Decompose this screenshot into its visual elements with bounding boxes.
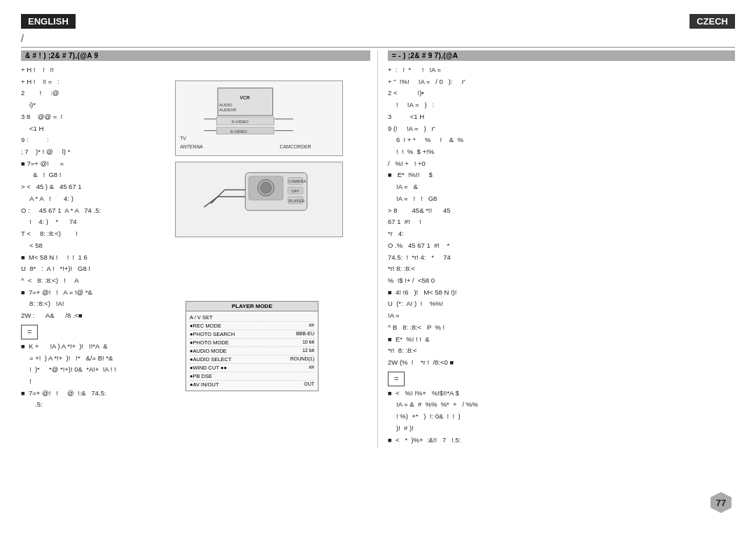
right-line-25: *r! 8: :8:< [388,346,735,356]
svg-text:VCR: VCR [240,95,251,100]
right-line-18: *r! 8: :8:< [388,264,735,274]
camcorder-diagram-svg: CAMERA OFF PLAYER [175,162,343,237]
right-line-5: 3 <1 H [388,112,735,122]
pm-value-6: ## [309,365,314,371]
svg-point-18 [260,182,272,193]
right-line-3: 2 < !)• [388,88,735,99]
right-line-24: ■ E* %! ! ! & [388,335,735,345]
right-line-28: !A = & # %% %* + / %% [388,400,735,410]
pm-label-6: ●WIND CUT ●● [190,365,309,371]
right-line-30: )! # )! [388,423,735,434]
right-line-9: / %! + ! +0 [388,159,735,169]
player-mode-content: A / V SET ●REC MODE ## ●PHOTO SEARCH BBB… [186,311,318,391]
right-line-12: !A = ! ! G8 [388,194,735,204]
page-container: ENGLISH CZECH / & # ! ) ;2& # 7),(@A 9 +… [0,0,756,534]
svg-text:S-VIDEO: S-VIDEO [232,120,249,124]
pm-label-5: ●AUDIO SELECT [190,356,290,363]
right-line-8: ! ! % $ +!% [388,147,735,157]
svg-line-28 [204,197,218,207]
right-line-19: % !$ !+ / <58 0 [388,276,735,286]
pm-label-1: ●REC MODE [190,323,309,329]
left-line-19: ^ < 8: :8:<) ! A [21,276,370,286]
vcr-diagram-svg: VCR AUDIO AUDIO/R S-VIDEO S-VIDEO TV ANT… [175,80,343,156]
pm-row-2: ●PHOTO SEARCH BBB-EU [190,330,314,339]
pm-row-6: ●WIND CUT ●● ## [190,364,314,372]
svg-text:AUDIO: AUDIO [219,103,232,107]
svg-text:CAMCORDER: CAMCORDER [279,144,311,149]
pm-row-3: ●PHOTO MODE 10 bit [190,339,314,347]
right-line-20: ■ 4! !6 )! M< 58 N !)! [388,288,735,298]
right-line-26: 2W (% ! *r ! /8:<0 ■ [388,358,735,368]
page-number: 77 [710,492,732,513]
left-line-1: + H ! ! !! [21,65,370,76]
right-line-1: + : ! * ! !A = [388,65,735,76]
pm-label-2: ●PHOTO SEARCH [190,331,296,337]
pm-value-8: OUT [304,381,314,388]
av-set-row: A / V SET [190,314,314,322]
header-row: ENGLISH CZECH [21,14,735,29]
svg-text:ANTENNA: ANTENNA [180,144,203,149]
av-set-label: A / V SET [190,314,314,321]
svg-text:AUDIO/R: AUDIO/R [219,108,236,112]
left-line-20: ■ 7=+ @! ! A = !@ *& [21,288,370,298]
right-line-15: *r 4: [388,229,735,239]
pm-value-1: ## [309,323,314,329]
pm-row-4: ●AUDIO MODE 12 bit [190,347,314,356]
right-line-31: ■ < * )%+ :&!! 7 !.5: [388,435,735,446]
right-line-14: 67 1 #! ! [388,217,735,227]
pm-label-3: ●PHOTO MODE [190,339,302,346]
right-line-29: ! %) +* ) !: 0& ! ! ) [388,412,735,422]
right-line-16: O .% 45 67 1 #! * [388,241,735,251]
pm-label-7: ●PB DSE [190,373,314,379]
pm-row-8: ●AV IN/OUT OUT [190,381,314,388]
right-line-17: 74.5: ! *r! 4: * 74 [388,253,735,263]
right-line-11: !A = & [388,182,735,192]
right-line-10: ■ E* !%!! $ [388,170,735,181]
player-mode-box: PLAYER MODE A / V SET ●REC MODE ## ●PHOT… [186,301,318,391]
svg-text:OFF: OFF [291,189,300,193]
right-line-7: 6 ! + * % ! & % [388,135,735,146]
pm-label-8: ●AV IN/OUT [190,381,304,388]
right-line-2: + " !%! !A = / 0 ): r' [388,77,735,87]
svg-text:S-VIDEO: S-VIDEO [230,129,248,134]
right-text-block: + : ! * ! !A = + " !%! !A = / 0 ): r' 2 … [388,65,735,445]
pm-row-5: ●AUDIO SELECT ROUND(1) [190,356,314,364]
czech-badge: CZECH [690,14,735,29]
pm-value-5: ROUND(1) [290,356,314,363]
pm-row-1: ●REC MODE ## [190,322,314,330]
right-column: = - ) ;2& # 9 7),(@A + : ! * ! !A = + " … [378,50,735,448]
pm-label-4: ●AUDIO MODE [190,348,302,354]
pm-value-2: BBB-EU [296,331,314,337]
slash-divider: / [21,33,735,44]
svg-text:CAMERA: CAMERA [288,179,306,183]
right-line-21: U (*: A! ) ! %%! [388,299,735,309]
right-line-6: 9 (! !A = ) r' [388,124,735,134]
diagram-area: VCR AUDIO AUDIO/R S-VIDEO S-VIDEO TV ANT… [175,80,350,262]
left-line-18: U 8* : A ! *!+)! G8 ! [21,264,370,274]
equal-box-right: = [388,372,405,386]
right-line-23: ^ B 8: :8:< P % ! [388,323,735,333]
content-columns: & # ! ) ;2& # 7),(@A 9 + H ! ! !! + H ! … [21,50,735,448]
svg-text:TV: TV [180,136,186,141]
right-line-22: !A = [388,311,735,321]
equal-box-left: = [21,325,38,339]
pm-value-3: 10 bit [302,339,314,346]
svg-text:PLAYER: PLAYER [288,199,304,203]
top-divider [21,47,735,48]
left-section-bar: & # ! ) ;2& # 7),(@A 9 [21,50,370,61]
left-line-28: .5: [21,400,370,410]
english-badge: ENGLISH [21,14,76,29]
right-line-13: > 8 45& *!! 45 [388,206,735,216]
right-line-27: ■ < %! !%+ %!$!!*A $ [388,388,735,399]
right-section-bar: = - ) ;2& # 9 7),(@A [388,50,735,61]
player-mode-title: PLAYER MODE [186,302,318,311]
pm-value-4: 12 bit [302,348,314,354]
right-line-4: ! !A = ) : [388,100,735,111]
pm-row-7: ●PB DSE [190,372,314,381]
